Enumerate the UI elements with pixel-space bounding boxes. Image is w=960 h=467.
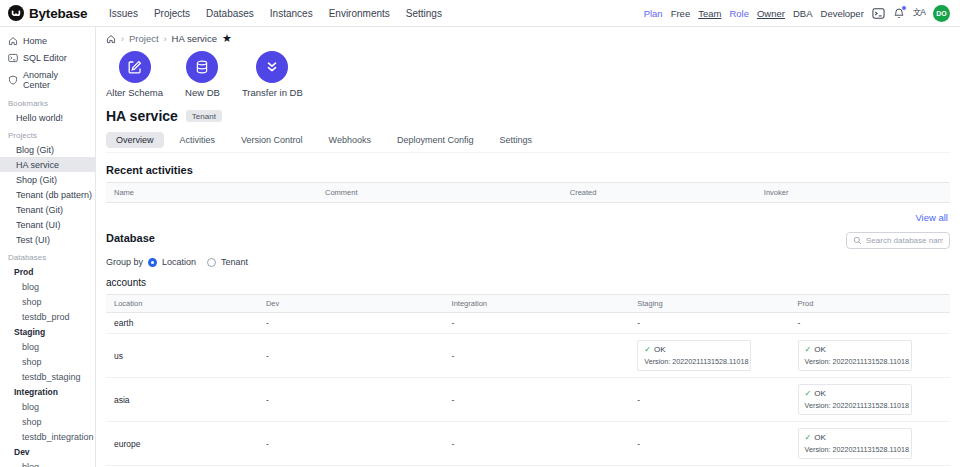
terminal-icon[interactable] — [872, 7, 885, 20]
database-status-card[interactable]: OK Version: 20220211131528.11018 — [637, 340, 751, 371]
column-header-prod: Prod — [790, 295, 950, 312]
sidebar-db-staging-blog[interactable]: blog — [0, 339, 95, 354]
radio-location[interactable] — [148, 258, 157, 267]
column-header-location: Location — [106, 295, 258, 312]
sidebar-env-prod: Prod — [0, 264, 95, 279]
home-icon — [8, 36, 18, 46]
tenant-group-name: accounts — [106, 277, 950, 288]
tab-activities[interactable]: Activities — [170, 132, 226, 148]
group-by-label: Group by — [106, 257, 143, 267]
status-label: OK — [814, 345, 826, 354]
breadcrumb-separator: › — [121, 34, 124, 44]
nav-item-instances[interactable]: Instances — [270, 8, 313, 19]
bytebase-logo-icon — [8, 5, 24, 21]
sidebar-section-bookmarks: Bookmarks — [0, 93, 95, 110]
role-option-owner[interactable]: Owner — [757, 8, 785, 19]
sidebar-env-integration: Integration — [0, 384, 95, 399]
sidebar-db-staging-shop[interactable]: shop — [0, 354, 95, 369]
sidebar-env-dev: Dev — [0, 444, 95, 459]
role-option-dba[interactable]: DBA — [793, 8, 813, 19]
plan-option-free[interactable]: Free — [671, 8, 691, 19]
star-icon[interactable]: ★ — [222, 33, 232, 44]
top-bar: Bytebase Issues Projects Databases Insta… — [0, 0, 960, 27]
sidebar-project-tenant-db-pattern[interactable]: Tenant (db pattern) — [0, 187, 95, 202]
sidebar-db-prod-blog[interactable]: blog — [0, 279, 95, 294]
tab-deployment-config[interactable]: Deployment Config — [387, 132, 484, 148]
new-db-button[interactable]: New DB — [185, 51, 220, 98]
top-nav: Issues Projects Databases Instances Envi… — [109, 8, 442, 19]
sidebar-db-integration-shop[interactable]: shop — [0, 414, 95, 429]
search-input[interactable] — [866, 236, 943, 245]
table-row-europe: europe - - - OK Version: 20220211131528.… — [106, 422, 950, 466]
bytebase-logo[interactable]: Bytebase — [8, 5, 103, 21]
notification-dot — [902, 6, 906, 10]
sidebar-project-test-ui[interactable]: Test (UI) — [0, 232, 95, 247]
nav-item-databases[interactable]: Databases — [206, 8, 254, 19]
recent-activities-table-header: Name Comment Created Invoker — [106, 182, 950, 203]
radio-tenant[interactable] — [207, 258, 216, 267]
cell-integration: - — [444, 313, 630, 333]
database-status-card[interactable]: OK Version: 20220211131528.11018 — [798, 384, 912, 415]
sidebar-item-home[interactable]: Home — [0, 32, 95, 49]
cell-integration: - — [444, 434, 630, 454]
translate-icon[interactable] — [913, 7, 925, 19]
database-status-card[interactable]: OK Version: 20220211131528.11018 — [798, 428, 912, 459]
cell-prod: - — [790, 313, 950, 333]
table-row-earth: earth - - - - — [106, 313, 950, 334]
sidebar: Home SQL Editor Anomaly Center Bookmarks… — [0, 27, 96, 467]
breadcrumb-separator: › — [164, 34, 167, 44]
table-row-us: us - - OK Version: 20220211131528.11018 … — [106, 334, 950, 378]
status-label: OK — [814, 389, 826, 398]
sidebar-item-anomaly-center[interactable]: Anomaly Center — [0, 66, 95, 93]
nav-item-projects[interactable]: Projects — [154, 8, 190, 19]
bell-icon[interactable] — [893, 7, 905, 20]
tab-settings[interactable]: Settings — [489, 132, 542, 148]
radio-tenant-label[interactable]: Tenant — [221, 257, 248, 267]
top-bar-right: Plan Free Team Role Owner DBA Developer … — [644, 5, 950, 22]
sidebar-project-ha-service[interactable]: HA service — [0, 157, 95, 172]
sidebar-db-staging-testdb[interactable]: testdb_staging — [0, 369, 95, 384]
sidebar-item-sql-editor[interactable]: SQL Editor — [0, 49, 95, 66]
tab-overview[interactable]: Overview — [106, 132, 164, 148]
alter-schema-button[interactable]: Alter Schema — [106, 51, 163, 98]
sidebar-db-prod-shop[interactable]: shop — [0, 294, 95, 309]
tab-version-control[interactable]: Version Control — [231, 132, 313, 148]
cell-dev: - — [258, 313, 444, 333]
cell-dev: - — [258, 346, 444, 366]
breadcrumb-project[interactable]: Project — [129, 33, 159, 44]
avatar[interactable]: DO — [933, 5, 950, 22]
home-icon[interactable] — [106, 34, 116, 44]
radio-location-label[interactable]: Location — [162, 257, 196, 267]
sidebar-section-databases: Databases — [0, 247, 95, 264]
sidebar-bookmark-hello-world[interactable]: Hello world! — [0, 110, 95, 125]
nav-item-settings[interactable]: Settings — [406, 8, 442, 19]
sidebar-project-tenant-ui[interactable]: Tenant (UI) — [0, 217, 95, 232]
database-status-card[interactable]: OK Version: 20220211131528.11018 — [798, 340, 912, 371]
nav-item-environments[interactable]: Environments — [329, 8, 390, 19]
group-by-control: Group by Location Tenant — [106, 257, 950, 267]
cell-integration: - — [444, 390, 630, 410]
sidebar-project-shop-git[interactable]: Shop (Git) — [0, 172, 95, 187]
sidebar-db-dev-blog[interactable]: blog — [0, 459, 95, 467]
view-all-link[interactable]: View all — [915, 212, 948, 223]
sidebar-env-staging: Staging — [0, 324, 95, 339]
role-option-developer[interactable]: Developer — [821, 8, 864, 19]
sidebar-db-integration-testdb[interactable]: testdb_integration — [0, 429, 95, 444]
breadcrumb-ha-service[interactable]: HA service — [172, 33, 217, 44]
recent-activities-heading: Recent activities — [106, 164, 950, 176]
sidebar-db-integration-blog[interactable]: blog — [0, 399, 95, 414]
sidebar-project-tenant-git[interactable]: Tenant (Git) — [0, 202, 95, 217]
sidebar-project-blog-git[interactable]: Blog (Git) — [0, 142, 95, 157]
transfer-in-db-button[interactable]: Transfer in DB — [242, 51, 303, 98]
version-label: Version: 20220211131528.11018 — [805, 445, 905, 454]
action-label: New DB — [185, 87, 220, 98]
sidebar-item-label: Anomaly Center — [23, 70, 87, 90]
column-header-comment: Comment — [317, 183, 562, 202]
sidebar-db-prod-testdb[interactable]: testdb_prod — [0, 309, 95, 324]
status-label: OK — [654, 345, 666, 354]
database-search[interactable] — [846, 232, 950, 249]
nav-item-issues[interactable]: Issues — [109, 8, 138, 19]
tenant-badge: Tenant — [186, 110, 222, 122]
plan-option-team[interactable]: Team — [698, 8, 721, 19]
tab-webhooks[interactable]: Webhooks — [319, 132, 381, 148]
